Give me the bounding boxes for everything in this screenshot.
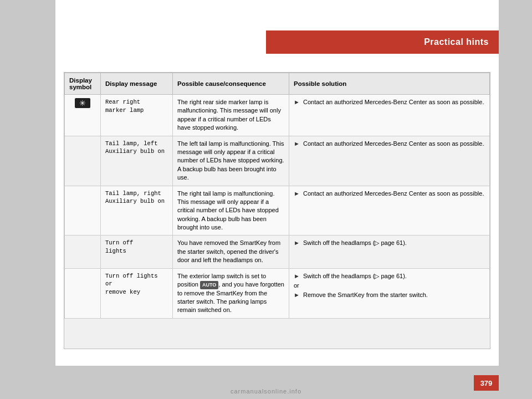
table-row: Tail lamp, rightAuxiliary bulb on The ri… xyxy=(65,186,490,236)
symbol-cell-2 xyxy=(65,136,101,186)
warning-sun-icon: ✳ xyxy=(75,98,90,108)
arrow-icon-2: ► xyxy=(294,140,300,147)
display-info-table: Display symbol Display message Possible … xyxy=(64,73,490,319)
solution-text-4: Switch off the headlamps (▷ page 61). xyxy=(303,239,407,246)
main-table-container: Display symbol Display message Possible … xyxy=(64,72,490,349)
solution-text-3: Contact an authorized Mercedes-Benz Cent… xyxy=(303,190,484,197)
display-message-cell-2: Tail lamp, leftAuxiliary bulb on xyxy=(101,136,173,186)
solution-cell-3: ► Contact an authorized Mercedes-Benz Ce… xyxy=(289,186,490,236)
solution-text-2: Contact an authorized Mercedes-Benz Cent… xyxy=(303,140,484,147)
solution-cell-2: ► Contact an authorized Mercedes-Benz Ce… xyxy=(289,136,490,186)
solution-cell-4: ► Switch off the headlamps (▷ page 61). xyxy=(289,236,490,268)
header-bar: Practical hints xyxy=(266,30,499,54)
col-header-cause: Possible cause/consequence xyxy=(173,73,289,95)
solution-text-5b: Remove the SmartKey from the starter swi… xyxy=(303,291,428,298)
solution-text-5a: Switch off the headlamps (▷ page 61). xyxy=(303,273,407,279)
display-message-cell-3: Tail lamp, rightAuxiliary bulb on xyxy=(101,186,173,236)
page-number-box: 379 xyxy=(474,375,499,391)
solution-line-2: ► Remove the SmartKey from the starter s… xyxy=(294,291,485,299)
solution-line-1: ► Switch off the headlamps (▷ page 61). xyxy=(294,272,485,280)
arrow-icon-3: ► xyxy=(294,190,300,197)
col-header-symbol: Display symbol xyxy=(65,73,101,95)
cause-cell-5: The exterior lamp switch is set to posit… xyxy=(173,268,289,318)
arrow-icon-1: ► xyxy=(294,99,300,105)
symbol-cell-4 xyxy=(65,236,101,268)
or-divider: or xyxy=(294,282,485,290)
watermark: carmanualsonline.info xyxy=(231,388,301,395)
display-message-cell-5: Turn off lights orremove key xyxy=(101,268,173,318)
display-message-cell-4: Turn offlights xyxy=(101,236,173,268)
arrow-icon-5a: ► xyxy=(294,273,300,279)
table-row: Turn off lights orremove key The exterio… xyxy=(65,268,490,318)
symbol-cell-5 xyxy=(65,268,101,318)
symbol-cell-1: ✳ xyxy=(65,95,101,136)
table-row: ✳ Rear rightmarker lamp The right rear s… xyxy=(65,95,490,136)
arrow-icon-5b: ► xyxy=(294,291,300,298)
page-title: Practical hints xyxy=(424,37,489,47)
table-header-row: Display symbol Display message Possible … xyxy=(65,73,490,95)
cause-cell-2: The left tail lamp is malfunctioning. Th… xyxy=(173,136,289,186)
cause-cell-3: The right tail lamp is malfunctioning. T… xyxy=(173,186,289,236)
page-number: 379 xyxy=(480,379,493,387)
solution-cell-5: ► Switch off the headlamps (▷ page 61). … xyxy=(289,268,490,318)
symbol-cell-3 xyxy=(65,186,101,236)
col-header-solution: Possible solution xyxy=(289,73,490,95)
table-row: Tail lamp, leftAuxiliary bulb on The lef… xyxy=(65,136,490,186)
display-message-cell-1: Rear rightmarker lamp xyxy=(101,95,173,136)
solution-cell-1: ► Contact an authorized Mercedes-Benz Ce… xyxy=(289,95,490,136)
cause-cell-4: You have removed the SmartKey from the s… xyxy=(173,236,289,268)
col-header-message: Display message xyxy=(101,73,173,95)
auto-badge-icon: AUTO xyxy=(200,281,218,289)
table-row: Turn offlights You have removed the Smar… xyxy=(65,236,490,268)
solution-text-1: Contact an authorized Mercedes-Benz Cent… xyxy=(303,99,484,105)
arrow-icon-4: ► xyxy=(294,239,300,246)
cause-cell-1: The right rear side marker lamp is malfu… xyxy=(173,95,289,136)
